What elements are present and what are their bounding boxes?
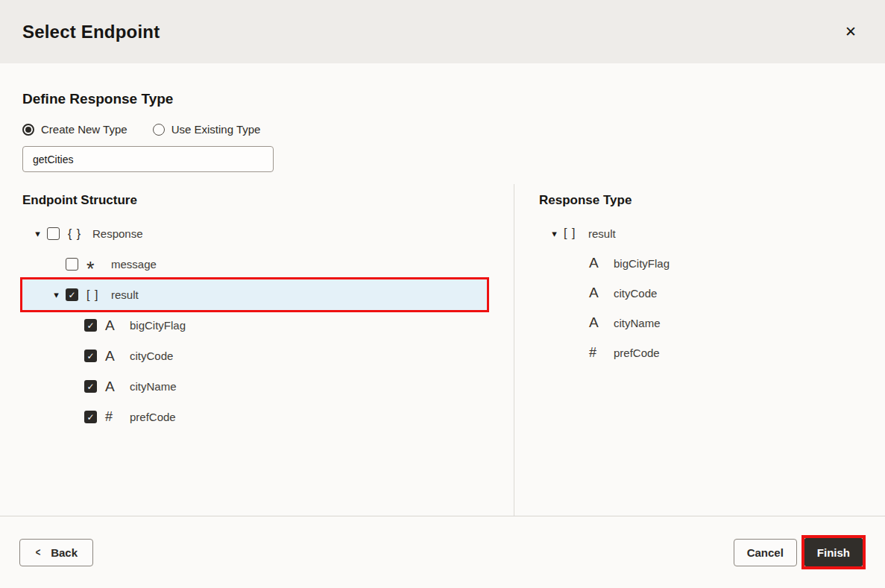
type-number-icon: # [105,409,125,425]
finish-annotation-highlight: Finish [801,535,866,569]
radio-selected-icon[interactable] [22,124,34,136]
tree-row-cityCode[interactable]: ✓AcityCode [22,341,487,371]
tree-item-label: result [588,227,616,240]
tree-row-result[interactable]: ▾✓[ ]result [22,279,487,310]
tree-item-label: cityName [614,317,661,329]
dialog-header: Select Endpoint ✕ [0,0,885,63]
radio-create-new-type[interactable]: Create New Type [22,123,127,136]
tree-row-cityName[interactable]: ✓AcityName [22,371,487,402]
tree-row-message[interactable]: *message [22,249,487,279]
response-type-heading: Response Type [539,184,863,208]
tree-item-label: cityName [130,380,177,393]
tree-row-cityName[interactable]: AcityName [539,308,863,338]
dialog-title: Select Endpoint [22,22,160,42]
footer-actions: Cancel Finish [734,535,866,569]
caret-down-icon[interactable]: ▾ [552,228,557,239]
type-array-icon: [ ] [564,227,583,240]
type-string-icon: A [589,285,608,301]
caret-slot: ▾ [28,228,47,239]
cancel-button[interactable]: Cancel [734,539,797,566]
endpoint-structure-heading: Endpoint Structure [22,184,514,208]
tree-item-label: bigCityFlag [130,319,186,332]
checkbox-checked[interactable]: ✓ [84,350,97,362]
radio-unselected-icon[interactable] [153,124,165,136]
checkbox-unchecked[interactable] [47,227,60,240]
structure-columns: Endpoint Structure ▾{ }Response*message▾… [22,184,863,516]
radio-use-existing-type[interactable]: Use Existing Type [153,123,261,136]
type-string-icon: A [105,379,125,395]
caret-slot: ▾ [47,289,66,300]
tree-row-result[interactable]: ▾[ ]result [539,218,863,248]
type-number-icon: # [589,345,608,361]
tree-item-label: cityCode [130,350,173,362]
dialog-body: Define Response Type Create New Type Use… [0,63,885,516]
back-button-label: Back [51,546,78,559]
tree-row-bigCityFlag[interactable]: AbigCityFlag [539,248,863,278]
checkbox-checked[interactable]: ✓ [84,380,97,393]
type-string-icon: A [105,348,125,364]
type-string-icon: A [589,314,608,331]
checkbox-unchecked[interactable] [66,258,78,271]
finish-button[interactable]: Finish [804,538,863,566]
type-string-icon: A [589,255,608,271]
tree-row-prefCode[interactable]: #prefCode [539,338,863,367]
checkbox-checked[interactable]: ✓ [84,411,97,423]
tree-row-Response[interactable]: ▾{ }Response [22,218,487,249]
caret-down-icon[interactable]: ▾ [54,289,59,300]
type-string-icon: A [105,317,125,334]
close-icon[interactable]: ✕ [840,20,861,43]
tree-item-label: message [111,258,157,271]
tree-item-label: prefCode [614,347,660,359]
tree-row-bigCityFlag[interactable]: ✓AbigCityFlag [22,310,487,341]
endpoint-structure-tree: ▾{ }Response*message▾✓[ ]result✓AbigCity… [22,218,487,432]
type-any-icon: * [86,265,106,273]
type-name-input[interactable] [22,146,274,172]
tree-row-prefCode[interactable]: ✓#prefCode [22,402,487,432]
type-array-icon: [ ] [86,288,106,302]
tree-item-label: result [111,288,139,301]
caret-slot: ▾ [545,228,564,239]
response-type-tree: ▾[ ]resultAbigCityFlagAcityCodeAcityName… [539,218,863,367]
checkbox-checked[interactable]: ✓ [84,319,97,332]
tree-item-label: Response [92,227,143,240]
radio-label: Use Existing Type [171,123,261,136]
back-button[interactable]: < Back [19,539,93,566]
tree-item-label: bigCityFlag [614,257,670,270]
checkbox-checked[interactable]: ✓ [66,288,78,301]
response-type-panel: Response Type ▾[ ]resultAbigCityFlagAcit… [514,184,863,516]
tree-row-cityCode[interactable]: AcityCode [539,278,863,308]
tree-item-label: cityCode [614,287,657,300]
chevron-left-icon: < [36,546,41,558]
caret-down-icon[interactable]: ▾ [35,228,40,239]
radio-label: Create New Type [41,123,127,136]
response-type-radio-group: Create New Type Use Existing Type [22,123,863,136]
endpoint-structure-panel: Endpoint Structure ▾{ }Response*message▾… [22,184,514,516]
type-object-icon: { } [68,227,87,241]
dialog-footer: < Back Cancel Finish [0,516,885,588]
tree-item-label: prefCode [130,411,176,423]
define-response-type-heading: Define Response Type [22,63,863,107]
